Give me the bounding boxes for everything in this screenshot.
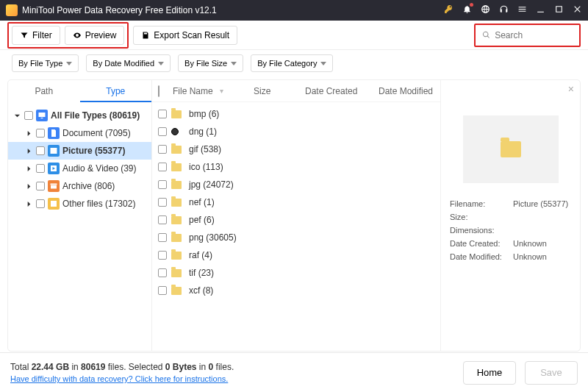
col-name[interactable]: File Name: [173, 86, 213, 96]
folder-icon: [171, 234, 182, 242]
filter-chips: By File Type By Date Modified By File Si…: [0, 50, 588, 76]
col-date-created[interactable]: Date Created: [305, 86, 379, 96]
list-item[interactable]: ico (113): [152, 158, 440, 176]
filter-by-date[interactable]: By Date Modified: [86, 54, 171, 72]
close-icon[interactable]: [573, 4, 582, 16]
list-item[interactable]: gif (538): [152, 140, 440, 158]
sort-icon[interactable]: ▾: [216, 87, 223, 95]
filter-by-type[interactable]: By File Type: [12, 54, 79, 72]
sidebar: Path Type All File Types (80619) Documen…: [8, 80, 152, 351]
tab-path[interactable]: Path: [8, 80, 80, 102]
list-body[interactable]: bmp (6) dng (1) gif (538) ico (113) jpg …: [152, 102, 440, 351]
checkbox[interactable]: [158, 233, 167, 242]
home-button[interactable]: Home: [463, 361, 516, 385]
globe-icon[interactable]: [481, 4, 490, 16]
list-item[interactable]: png (30605): [152, 229, 440, 246]
minimize-icon[interactable]: [536, 4, 545, 16]
tree-picture[interactable]: Picture (55377): [8, 142, 151, 160]
save-button[interactable]: Save: [525, 361, 578, 385]
export-button[interactable]: Export Scan Result: [133, 26, 237, 45]
checkbox[interactable]: [36, 164, 45, 173]
search-icon: [482, 30, 490, 40]
list-item[interactable]: dng (1): [152, 123, 440, 140]
archive-icon: [48, 180, 60, 192]
search-box[interactable]: [478, 26, 577, 44]
checkbox[interactable]: [158, 180, 167, 189]
maximize-icon[interactable]: [554, 4, 564, 16]
key-icon[interactable]: [444, 4, 453, 16]
chevron-right-icon: [26, 165, 32, 172]
list-item[interactable]: raf (4): [152, 246, 440, 264]
checkbox[interactable]: [158, 268, 167, 277]
checkbox[interactable]: [158, 198, 167, 207]
filter-by-category[interactable]: By File Category: [251, 54, 333, 72]
help-link[interactable]: Have difficulty with data recovery? Clic…: [10, 374, 234, 383]
col-size[interactable]: Size: [254, 86, 305, 96]
chevron-right-icon: [26, 201, 32, 207]
tab-type[interactable]: Type: [80, 80, 152, 102]
checkbox[interactable]: [36, 129, 45, 138]
checkbox[interactable]: [158, 286, 167, 295]
tree-other[interactable]: Other files (17302): [8, 195, 151, 213]
folder-icon: [171, 163, 182, 171]
file-list: File Name▾ Size Date Created Date Modifi…: [152, 80, 440, 351]
close-preview-icon[interactable]: ×: [568, 83, 574, 95]
tree-document[interactable]: Document (7095): [8, 124, 151, 142]
list-header: File Name▾ Size Date Created Date Modifi…: [152, 80, 440, 102]
meta-dc-val: Unknown: [513, 239, 547, 248]
checkbox[interactable]: [158, 145, 167, 154]
chevron-down-icon: [14, 113, 21, 119]
folder-icon: [171, 269, 182, 277]
folder-icon: [171, 110, 182, 118]
list-item[interactable]: nef (1): [152, 193, 440, 211]
checkbox[interactable]: [36, 199, 45, 208]
monitor-icon: [36, 110, 48, 121]
folder-icon: [171, 216, 182, 224]
meta-dc-key: Date Created:: [450, 239, 509, 248]
preview-button[interactable]: Preview: [65, 26, 125, 45]
eye-icon: [73, 31, 82, 40]
checkbox[interactable]: [24, 111, 33, 120]
dng-icon: [171, 128, 179, 135]
checkbox[interactable]: [158, 163, 167, 171]
tree-all-types[interactable]: All File Types (80619): [8, 107, 151, 124]
checkbox[interactable]: [158, 127, 167, 136]
headphones-icon[interactable]: [499, 4, 509, 16]
list-item[interactable]: pef (6): [152, 211, 440, 229]
chevron-right-icon: [26, 183, 32, 190]
filter-button[interactable]: Filter: [12, 26, 60, 45]
list-item[interactable]: xcf (8): [152, 282, 440, 299]
checkbox[interactable]: [158, 251, 167, 260]
select-all-checkbox[interactable]: [158, 85, 159, 97]
chevron-right-icon: [26, 130, 32, 137]
tree-audio-video[interactable]: Audio & Video (39): [8, 160, 151, 177]
col-date-modified[interactable]: Date Modified: [379, 86, 434, 96]
bell-icon[interactable]: [462, 4, 472, 16]
meta-dm-key: Date Modified:: [450, 252, 509, 261]
filter-by-size[interactable]: By File Size: [178, 54, 243, 72]
chevron-down-icon: [158, 62, 164, 65]
highlight-filter-preview: Filter Preview: [7, 22, 129, 49]
checkbox[interactable]: [158, 110, 167, 118]
preview-label: Preview: [85, 30, 117, 40]
tree-archive[interactable]: Archive (806): [8, 177, 151, 195]
filter-icon: [20, 31, 29, 40]
checkbox[interactable]: [36, 182, 45, 190]
list-item[interactable]: tif (23): [152, 264, 440, 282]
meta-dim-key: Dimensions:: [450, 226, 509, 235]
checkbox[interactable]: [158, 215, 167, 224]
preview-pane: × Filename:Picture (55377) Size: Dimensi…: [440, 80, 580, 351]
meta-dm-val: Unknown: [513, 252, 547, 261]
list-item[interactable]: jpg (24072): [152, 176, 440, 193]
filter-label: Filter: [32, 30, 52, 40]
menu-icon[interactable]: [517, 4, 527, 16]
folder-icon: [171, 181, 182, 189]
search-input[interactable]: [495, 30, 573, 40]
checkbox[interactable]: [36, 146, 45, 155]
meta-filename-key: Filename:: [450, 199, 509, 208]
list-item[interactable]: bmp (6): [152, 105, 440, 123]
footer-stats: Total 22.44 GB in 80619 files. Selected …: [10, 362, 234, 372]
folder-icon: [171, 199, 182, 207]
notification-dot: [470, 3, 473, 7]
folder-icon: [171, 287, 182, 295]
